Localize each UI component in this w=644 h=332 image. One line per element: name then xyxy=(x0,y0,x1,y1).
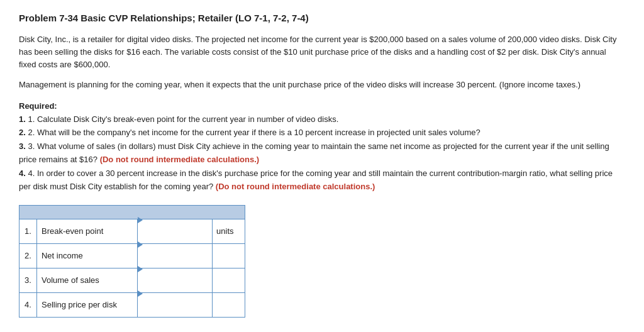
row-number: 4. xyxy=(19,292,37,317)
answer-table: 1.Break-even pointunits2.Net income3.Vol… xyxy=(19,219,245,318)
input-marker-icon xyxy=(138,266,143,272)
table-header xyxy=(19,205,245,219)
input-marker-icon xyxy=(138,241,143,248)
row-input-cell[interactable] xyxy=(137,219,213,243)
table-row: 1.Break-even pointunits xyxy=(19,219,245,243)
input-marker-icon xyxy=(138,290,143,297)
answer-input[interactable] xyxy=(138,224,213,248)
required-label: Required: xyxy=(19,101,57,111)
row-label: Selling price per disk xyxy=(36,292,137,317)
row-label: Net income xyxy=(36,243,137,268)
answer-input[interactable] xyxy=(138,273,213,297)
req2-text: 2. 2. What will be the company's net inc… xyxy=(19,128,480,137)
row-label: Break-even point xyxy=(36,219,137,243)
row-unit xyxy=(213,243,245,268)
answer-input[interactable] xyxy=(138,297,213,321)
answer-input[interactable] xyxy=(138,248,213,272)
required-section: Required: 1. 1. Calculate Disk City's br… xyxy=(19,99,625,194)
row-label: Volume of sales xyxy=(36,268,137,292)
row-number: 1. xyxy=(19,219,37,243)
row-unit: units xyxy=(213,219,245,243)
row-number: 2. xyxy=(19,243,37,268)
input-marker-icon xyxy=(138,217,143,223)
row-unit xyxy=(213,268,245,292)
req4-text: 4. 4. In order to cover a 30 percent inc… xyxy=(19,169,613,191)
req1-text: 1. 1. Calculate Disk City's break-even p… xyxy=(19,114,338,124)
paragraph1: Disk City, Inc., is a retailer for digit… xyxy=(19,33,625,71)
row-number: 3. xyxy=(19,268,37,292)
paragraph2: Management is planning for the coming ye… xyxy=(19,79,625,91)
answer-table-wrapper: 1.Break-even pointunits2.Net income3.Vol… xyxy=(19,205,245,318)
req3-text: 3. 3. What volume of sales (in dollars) … xyxy=(19,141,609,164)
row-unit xyxy=(213,292,245,317)
page-title: Problem 7-34 Basic CVP Relationships; Re… xyxy=(19,13,625,23)
